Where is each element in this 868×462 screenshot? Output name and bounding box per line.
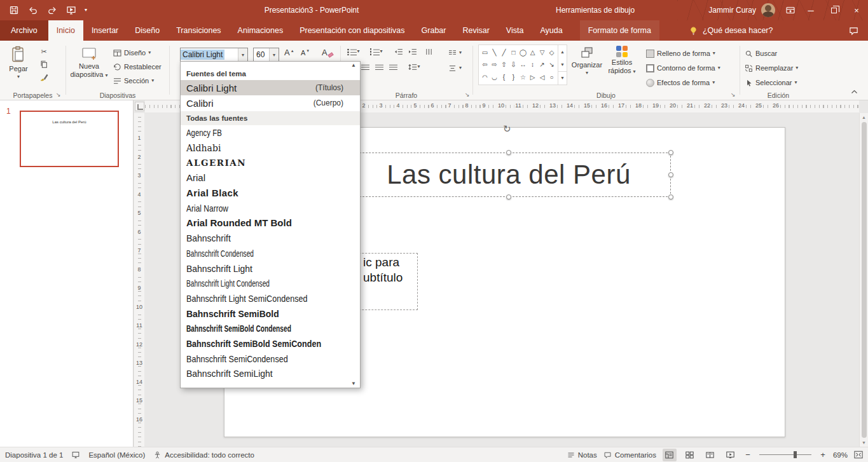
align-text-button[interactable]: ▾	[448, 62, 462, 74]
shape-icon[interactable]: ◁	[540, 74, 545, 81]
shape-icon[interactable]: ↗	[539, 61, 544, 68]
gallery-more-button[interactable]: ▼	[558, 71, 567, 85]
resize-handle-right[interactable]	[668, 172, 673, 177]
resize-handle-bottom[interactable]	[506, 194, 511, 200]
resize-handle-bottom-right[interactable]	[668, 194, 673, 200]
decrease-font-size-button[interactable]: A▼	[301, 48, 310, 60]
shape-icon[interactable]: ⇩	[511, 61, 516, 68]
clipboard-dialog-launcher[interactable]: ↘	[56, 92, 61, 98]
shape-icon[interactable]: ▭	[482, 49, 488, 56]
new-slide-button[interactable]: Nuevadiapositiva ▾	[70, 44, 108, 86]
increase-indent-button[interactable]	[405, 46, 419, 57]
font-option[interactable]: Calibri Light (Títulos)	[181, 80, 360, 95]
start-slideshow-button[interactable]	[62, 2, 80, 18]
align-right-button[interactable]	[372, 61, 386, 72]
drawing-dialog-launcher[interactable]: ↘	[731, 92, 736, 98]
shape-icon[interactable]: □	[511, 49, 515, 56]
fit-slide-to-window-button[interactable]	[854, 451, 863, 459]
ribbon-tab[interactable]: Revisar	[454, 20, 497, 41]
ribbon-tab[interactable]: Presentación con diapositivas	[291, 20, 413, 41]
shape-icon[interactable]: {	[503, 74, 505, 81]
zoom-slider[interactable]	[759, 454, 811, 455]
section-button[interactable]: Sección▾	[113, 74, 154, 87]
font-option[interactable]: Calibri (Cuerpo)	[181, 95, 360, 111]
shape-icon[interactable]: ⇨	[492, 61, 497, 68]
close-button[interactable]: ×	[845, 0, 868, 20]
ruler-origin[interactable]	[135, 102, 144, 111]
font-option[interactable]: ALGERIAN	[181, 155, 360, 170]
font-name-combo[interactable]: Calibri Light ▾	[180, 48, 248, 62]
numbering-button[interactable]: ▾	[367, 46, 386, 57]
zoom-out-button[interactable]: −	[744, 450, 752, 459]
shape-icon[interactable]: ▷	[530, 74, 535, 81]
font-size-combo[interactable]: 60 ▾	[253, 48, 279, 62]
replace-button[interactable]: Reemplazar▾	[745, 62, 798, 74]
zoom-slider-thumb[interactable]	[794, 451, 797, 458]
copy-button[interactable]	[37, 58, 51, 70]
justify-button[interactable]	[386, 61, 400, 72]
font-option[interactable]: Arial Narrow	[181, 200, 360, 215]
shape-icon[interactable]: ▽	[540, 49, 545, 56]
shape-icon[interactable]: }	[513, 74, 514, 81]
save-button[interactable]	[5, 2, 23, 18]
ribbon-tab[interactable]: Animaciones	[230, 20, 292, 41]
shape-icon[interactable]: ╲	[492, 49, 496, 56]
paragraph-dialog-launcher[interactable]: ↘	[465, 92, 470, 98]
font-option[interactable]: Bahnschrift Light	[181, 261, 360, 276]
font-option[interactable]: Arial	[181, 170, 360, 186]
font-size-dropdown-arrow[interactable]: ▾	[269, 48, 279, 61]
font-option[interactable]: Bahnschrift Condensed	[181, 246, 360, 261]
font-option[interactable]: Arial Rounded MT Bold	[181, 215, 360, 231]
collapse-ribbon-button[interactable]	[848, 87, 860, 96]
cut-button[interactable]: ✂	[37, 46, 51, 57]
shape-icon[interactable]: ↕	[531, 61, 534, 68]
accessibility-status[interactable]: Accesibilidad: todo correcto	[153, 451, 254, 459]
select-button[interactable]: Seleccionar▾	[745, 76, 797, 89]
shape-icon[interactable]: ☆	[520, 74, 526, 81]
clear-formatting-button[interactable]: A	[322, 48, 333, 60]
font-option[interactable]: Bahnschrift Light SemiCondensed	[181, 291, 360, 306]
shapes-gallery[interactable]: ▭╲╱□◯△▽◇⇦⇨⇧⇩↔↕↗↘◠◡{}☆▷◁○ ▲ ▼ ▼	[478, 44, 567, 85]
reset-slide-button[interactable]: Restablecer	[113, 60, 162, 73]
slide-thumbnail[interactable]: Las cultura del Perú	[20, 111, 119, 167]
font-option[interactable]: Bahnschrift SemiBold Condensed	[181, 321, 360, 336]
menu-scroll-up-arrow[interactable]: ▲	[351, 62, 356, 68]
slide-layout-button[interactable]: Diseño▾	[113, 46, 151, 59]
increase-font-size-button[interactable]: A▲	[284, 48, 294, 60]
slideshow-view-button[interactable]	[724, 449, 738, 461]
font-option[interactable]: Bahnschrift SemiCondensed	[181, 351, 360, 366]
shape-fill-button[interactable]: Relleno de forma▾	[646, 47, 715, 60]
font-name-dropdown-arrow[interactable]: ▾	[238, 48, 247, 61]
bullets-button[interactable]: ▾	[344, 46, 363, 57]
ribbon-display-options-button[interactable]	[782, 2, 799, 18]
font-option[interactable]: Agency FB	[181, 125, 360, 140]
find-button[interactable]: Buscar	[745, 47, 777, 60]
shape-icon[interactable]: ⇦	[482, 61, 487, 68]
shape-icon[interactable]: ◯	[520, 49, 527, 56]
slide-title-text[interactable]: Las cultura del Perú	[347, 153, 670, 196]
language-indicator[interactable]: Español (México)	[88, 451, 145, 459]
shape-icon[interactable]: △	[530, 49, 535, 56]
font-option[interactable]: Bahnschrift SemiLight	[181, 366, 360, 381]
shape-effects-button[interactable]: Efectos de forma▾	[646, 76, 715, 89]
slide-sorter-view-button[interactable]	[683, 449, 697, 461]
vertical-ruler[interactable]: 12345678910111213141516	[134, 113, 144, 447]
font-option[interactable]: Bahnschrift Light Condensed	[181, 276, 360, 291]
vertical-scrollbar[interactable]: ▲ ▼	[859, 113, 868, 447]
menu-scroll-down-arrow[interactable]: ▼	[351, 381, 356, 386]
font-option[interactable]: Bahnschrift	[181, 231, 360, 246]
paste-button[interactable]: Pegar ▾	[4, 44, 33, 86]
ribbon-tab[interactable]: Diseño	[127, 20, 168, 41]
reading-view-button[interactable]	[703, 449, 717, 461]
text-direction-button[interactable]	[422, 46, 436, 57]
rotation-handle[interactable]: ↻	[503, 123, 511, 135]
font-option[interactable]: Aldhabi	[181, 140, 360, 156]
resize-handle-top-right[interactable]	[668, 150, 673, 155]
user-avatar[interactable]	[761, 3, 775, 17]
ribbon-tab[interactable]: Grabar	[413, 20, 455, 41]
font-option[interactable]: Bahnschrift SemiBold SemiConden	[181, 336, 360, 351]
scroll-down-arrow[interactable]: ▼	[862, 440, 866, 445]
arrange-button[interactable]: Organizar ▾	[571, 44, 603, 86]
scrollbar-thumb[interactable]	[862, 122, 867, 438]
minimize-button[interactable]: ─	[799, 0, 822, 20]
